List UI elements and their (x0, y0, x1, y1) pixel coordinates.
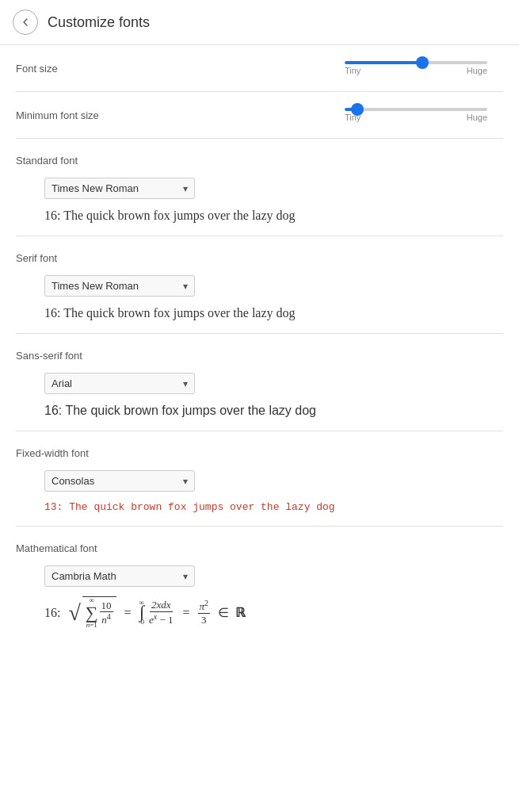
math-frac1: 10 n4 (100, 599, 113, 627)
math-sqrt: √ ∞ ∑ n=1 10 n4 (68, 596, 116, 629)
math-equals2: = (183, 606, 190, 620)
font-size-label: Font size (16, 63, 127, 75)
back-button[interactable] (13, 10, 38, 35)
math-element-of: ∈ (218, 605, 229, 620)
font-size-tiny-label: Tiny (345, 66, 361, 75)
serif-font-selected: Times New Roman (52, 280, 139, 292)
serif-font-dropdown[interactable]: Times New Roman ▾ (44, 275, 195, 297)
fixed-width-font-selected: Consolas (52, 475, 94, 487)
math-real-symbol: ℝ (235, 605, 246, 620)
serif-font-label: Serif font (16, 252, 503, 264)
fixed-width-font-label: Fixed-width font (16, 447, 503, 459)
standard-font-selected: Times New Roman (52, 182, 139, 194)
sqrt-content: ∞ ∑ n=1 10 n4 (82, 596, 116, 629)
mathematical-font-selected: Cambria Math (52, 570, 116, 582)
serif-font-section: Serif font Times New Roman ▾ 16: The qui… (16, 236, 503, 334)
fixed-width-font-preview: 13: The quick brown fox jumps over the l… (44, 501, 503, 513)
math-prefix: 16: (44, 606, 60, 620)
mathematical-font-label: Mathematical font (16, 542, 503, 554)
standard-font-arrow-icon: ▾ (183, 183, 188, 194)
serif-font-preview: 16: The quick brown fox jumps over the l… (44, 306, 503, 320)
min-font-size-slider-container: Tiny Huge (345, 108, 503, 122)
sans-serif-font-selected: Arial (52, 377, 72, 389)
serif-font-arrow-icon: ▾ (183, 281, 188, 292)
mathematical-font-preview: 16: √ ∞ ∑ n=1 10 n4 = (44, 596, 503, 629)
min-font-size-slider[interactable] (345, 108, 487, 111)
sans-serif-font-preview: 16: The quick brown fox jumps over the l… (44, 404, 503, 418)
min-font-size-labels: Tiny Huge (345, 113, 487, 122)
fixed-width-font-arrow-icon: ▾ (183, 476, 188, 487)
font-size-labels: Tiny Huge (345, 66, 487, 75)
page-title: Customize fonts (48, 14, 150, 31)
standard-font-label: Standard font (16, 155, 503, 167)
header: Customize fonts (0, 0, 519, 45)
sqrt-symbol: √ (68, 602, 80, 624)
sans-serif-font-arrow-icon: ▾ (183, 378, 188, 389)
min-font-size-huge-label: Huge (467, 113, 487, 122)
min-font-size-tiny-label: Tiny (345, 113, 361, 122)
font-size-slider[interactable] (345, 61, 487, 64)
standard-font-section: Standard font Times New Roman ▾ 16: The … (16, 139, 503, 236)
standard-font-preview: 16: The quick brown fox jumps over the l… (44, 209, 503, 223)
sans-serif-font-label: Sans-serif font (16, 350, 503, 362)
sans-serif-font-section: Sans-serif font Arial ▾ 16: The quick br… (16, 334, 503, 431)
math-integral: ∞ ∫ 0 2xdx ex − 1 (139, 599, 175, 626)
math-frac2: 2xdx ex − 1 (147, 599, 175, 626)
min-font-size-label: Minimum font size (16, 109, 127, 121)
sans-serif-font-dropdown[interactable]: Arial ▾ (44, 373, 195, 394)
fixed-width-font-dropdown[interactable]: Consolas ▾ (44, 470, 195, 492)
mathematical-font-section: Mathematical font Cambria Math ▾ 16: √ ∞… (16, 527, 503, 642)
math-frac3: π2 3 (198, 599, 211, 626)
font-size-slider-container: Tiny Huge (345, 61, 503, 75)
font-size-row: Font size Tiny Huge (16, 45, 503, 92)
math-equals1: = (124, 606, 132, 620)
font-size-huge-label: Huge (467, 66, 487, 75)
mathematical-font-dropdown[interactable]: Cambria Math ▾ (44, 565, 195, 587)
min-font-size-row: Minimum font size Tiny Huge (16, 92, 503, 139)
standard-font-dropdown[interactable]: Times New Roman ▾ (44, 178, 195, 199)
mathematical-font-arrow-icon: ▾ (183, 571, 188, 582)
content-area: Font size Tiny Huge Minimum font size Ti… (0, 45, 519, 642)
fixed-width-font-section: Fixed-width font Consolas ▾ 13: The quic… (16, 431, 503, 527)
